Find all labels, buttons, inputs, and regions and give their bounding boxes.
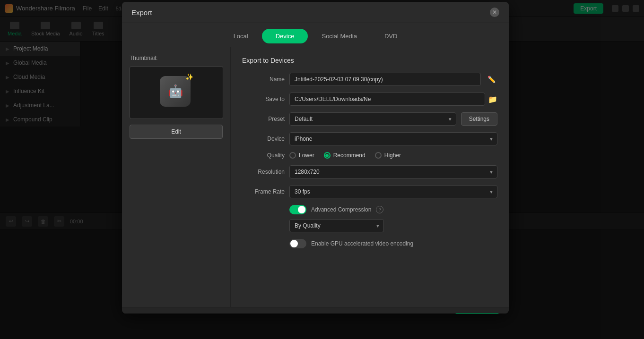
settings-panel: Export to Devices Name ✏️ Save to 📁 Pres… bbox=[231, 47, 509, 307]
resolution-label: Resolution bbox=[242, 169, 285, 175]
toggle-thumb bbox=[298, 206, 305, 213]
quality-radio-group: Lower Recommend Higher bbox=[289, 152, 401, 159]
dialog-header: Export ✕ bbox=[122, 2, 509, 23]
name-input[interactable] bbox=[289, 73, 481, 86]
resolution-row: Resolution 1280x720 ▼ bbox=[242, 165, 497, 178]
name-label: Name bbox=[242, 76, 285, 83]
ai-edit-button[interactable]: ✏️ bbox=[486, 74, 497, 85]
thumbnail-box: 🤖 ✨ bbox=[130, 66, 223, 119]
toggle-thumb-gpu bbox=[290, 240, 298, 247]
quality-row: Quality Lower Recommend Higher bbox=[242, 152, 497, 159]
preset-select[interactable]: Default bbox=[289, 112, 456, 126]
by-quality-select[interactable]: By Quality bbox=[289, 219, 384, 232]
quality-recommend[interactable]: Recommend bbox=[324, 152, 366, 159]
advanced-compression-row: Advanced Compression ? bbox=[242, 205, 497, 214]
info-icon[interactable]: ? bbox=[376, 206, 383, 213]
settings-button[interactable]: Settings bbox=[461, 112, 497, 126]
preset-label: Preset bbox=[242, 116, 285, 122]
edit-thumbnail-button[interactable]: Edit bbox=[130, 125, 223, 139]
frame-rate-select-wrap: 30 fps ▼ bbox=[289, 185, 497, 198]
compression-select-row: By Quality ▼ bbox=[242, 219, 497, 232]
advanced-compression-toggle[interactable] bbox=[289, 205, 306, 214]
frame-rate-select[interactable]: 30 fps bbox=[289, 185, 497, 198]
path-row: 📁 bbox=[289, 93, 497, 106]
dialog-title: Export bbox=[131, 8, 152, 17]
tab-local[interactable]: Local bbox=[220, 29, 262, 43]
quality-label: Quality bbox=[242, 152, 285, 159]
preset-row: Preset Default ▼ Settings bbox=[242, 112, 497, 126]
radio-higher-circle bbox=[375, 152, 382, 159]
frame-rate-label: Frame Rate bbox=[242, 188, 285, 195]
quality-higher[interactable]: Higher bbox=[375, 152, 401, 159]
resolution-select-wrap: 1280x720 ▼ bbox=[289, 165, 497, 178]
thumbnail-label: Thumbnail: bbox=[130, 55, 223, 61]
dialog-tabs: Local Device Social Media DVD bbox=[122, 23, 509, 47]
frame-rate-row: Frame Rate 30 fps ▼ bbox=[242, 185, 497, 198]
close-dialog-button[interactable]: ✕ bbox=[490, 8, 499, 17]
dialog-body: Thumbnail: 🤖 ✨ Edit Export to Devices Na… bbox=[122, 47, 509, 307]
gpu-encoding-label: Enable GPU accelerated video encoding bbox=[311, 240, 413, 247]
radio-lower-circle bbox=[289, 152, 296, 159]
radio-recommend-circle bbox=[324, 152, 331, 159]
ai-bg: 🤖 ✨ bbox=[160, 76, 191, 107]
quality-lower[interactable]: Lower bbox=[289, 152, 314, 159]
folder-browse-button[interactable]: 📁 bbox=[488, 95, 497, 104]
tab-social-media[interactable]: Social Media bbox=[308, 29, 370, 43]
device-select-wrap: iPhone ▼ bbox=[289, 132, 497, 145]
ai-thumbnail-icon: 🤖 ✨ bbox=[160, 76, 193, 109]
export-action-button[interactable]: Export bbox=[455, 313, 499, 314]
name-row: Name ✏️ bbox=[242, 73, 497, 86]
by-quality-select-wrap: By Quality ▼ bbox=[289, 219, 384, 232]
sparkle-icon: ✨ bbox=[185, 73, 193, 81]
dialog-footer: Use last export settings for device Dura… bbox=[122, 307, 509, 314]
quality-higher-label: Higher bbox=[384, 152, 401, 159]
radio-dot bbox=[325, 154, 329, 157]
gpu-encoding-row: Enable GPU accelerated video encoding bbox=[242, 239, 497, 248]
tab-device[interactable]: Device bbox=[262, 29, 308, 43]
device-label: Device bbox=[242, 136, 285, 142]
resolution-select[interactable]: 1280x720 bbox=[289, 165, 497, 178]
save-to-row: Save to 📁 bbox=[242, 93, 497, 106]
thumbnail-panel: Thumbnail: 🤖 ✨ Edit bbox=[122, 47, 231, 307]
gpu-encoding-toggle[interactable] bbox=[289, 239, 306, 248]
quality-lower-label: Lower bbox=[299, 152, 314, 159]
export-dialog: Export ✕ Local Device Social Media DVD T… bbox=[122, 2, 509, 314]
device-row: Device iPhone ▼ bbox=[242, 132, 497, 145]
advanced-compression-label: Advanced Compression bbox=[311, 206, 371, 213]
save-path-input[interactable] bbox=[289, 93, 485, 106]
quality-recommend-label: Recommend bbox=[333, 152, 366, 159]
preset-select-wrap: Default ▼ bbox=[289, 112, 456, 126]
tab-dvd[interactable]: DVD bbox=[371, 29, 411, 43]
save-to-label: Save to bbox=[242, 96, 285, 102]
ai-text-icon: 🤖 bbox=[168, 84, 183, 99]
device-select[interactable]: iPhone bbox=[289, 132, 497, 145]
export-to-label: Export to Devices bbox=[242, 57, 497, 64]
